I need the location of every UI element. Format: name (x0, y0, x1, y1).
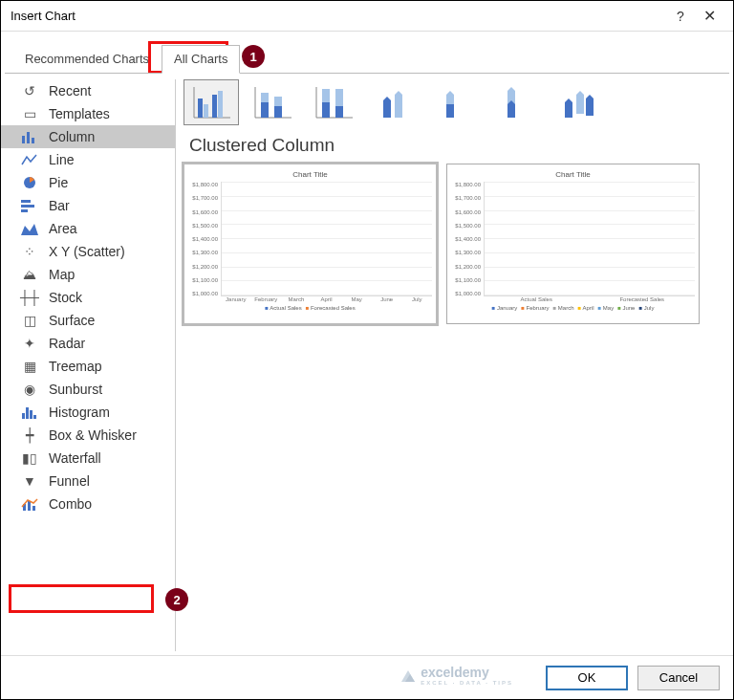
sidebar-item-label: Sunburst (49, 382, 102, 397)
sidebar-item-area[interactable]: Area (1, 217, 175, 240)
svg-marker-7 (21, 224, 38, 235)
subtype-clustered-column[interactable] (184, 79, 239, 125)
sidebar-item-label: Recent (49, 83, 91, 98)
sidebar-item-label: Treemap (49, 359, 102, 374)
chart-subtype-row (184, 79, 725, 125)
svg-rect-4 (21, 200, 31, 203)
svg-rect-17 (198, 98, 203, 118)
annotation-badge-1: 1 (242, 45, 265, 68)
svg-rect-11 (33, 415, 36, 419)
sidebar-item-scatter[interactable]: ⁘X Y (Scatter) (1, 240, 175, 263)
svg-marker-39 (565, 98, 572, 118)
tab-underline (5, 73, 729, 74)
subtype-stacked-column[interactable] (245, 79, 300, 125)
sidebar-item-line[interactable]: Line (1, 148, 175, 171)
sunburst-icon: ◉ (20, 382, 39, 397)
sidebar-item-label: Bar (49, 198, 70, 213)
cancel-button[interactable]: Cancel (637, 666, 720, 690)
x-axis: Actual SalesForecasted Sales (484, 296, 695, 302)
chart-area: $1,800.00$1,700.00$1,600.00$1,500.00$1,4… (451, 182, 695, 296)
sidebar-item-label: Surface (49, 313, 95, 328)
tab-all-charts[interactable]: All Charts (162, 45, 240, 74)
insert-chart-dialog: Insert Chart ? ✕ Recommended Charts All … (0, 0, 734, 700)
sidebar-item-stock[interactable]: ┼┼Stock (1, 286, 175, 309)
svg-rect-5 (21, 205, 34, 208)
sidebar-item-surface[interactable]: ◫Surface (1, 309, 175, 332)
subtype-3d-clustered-column[interactable] (367, 79, 422, 125)
svg-rect-30 (322, 102, 330, 118)
sidebar-item-sunburst[interactable]: ◉Sunburst (1, 378, 175, 401)
titlebar: Insert Chart ? ✕ (1, 1, 733, 32)
chart-previews: Chart Title $1,800.00$1,700.00$1,600.00$… (184, 164, 725, 324)
annotation-highlight-2 (9, 584, 154, 613)
sidebar-item-label: Funnel (49, 473, 90, 489)
pie-icon (20, 175, 39, 190)
sidebar-item-label: Area (49, 221, 77, 236)
tab-recommended-charts[interactable]: Recommended Charts (12, 45, 162, 74)
close-button[interactable]: ✕ (695, 7, 723, 25)
dialog-footer: OK Cancel (1, 655, 733, 699)
sidebar-item-column[interactable]: Column (1, 125, 175, 148)
help-button[interactable]: ? (666, 9, 695, 24)
sidebar-item-label: Box & Whisker (49, 427, 137, 443)
subtype-100-stacked-column[interactable] (306, 79, 361, 125)
surface-icon: ◫ (20, 313, 39, 328)
sidebar-item-waterfall[interactable]: ▮▯Waterfall (1, 447, 175, 470)
map-icon: ⛰ (20, 267, 39, 282)
chart-preview-2[interactable]: Chart Title $1,800.00$1,700.00$1,600.00$… (446, 164, 700, 324)
sidebar-item-combo[interactable]: Combo (1, 492, 175, 515)
radar-icon: ✦ (20, 336, 39, 351)
scatter-icon: ⁘ (20, 244, 39, 259)
sidebar-item-recent[interactable]: ↺Recent (1, 79, 175, 102)
subtype-3d-100-stacked-column[interactable] (489, 79, 545, 125)
funnel-icon: ▼ (20, 473, 39, 489)
sidebar-item-label: Stock (49, 290, 82, 305)
sidebar-item-funnel[interactable]: ▼Funnel (1, 470, 175, 492)
plot-area (221, 182, 432, 296)
sidebar-item-box-whisker[interactable]: ┿Box & Whisker (1, 424, 175, 447)
svg-marker-40 (576, 91, 584, 114)
annotation-badge-2: 2 (165, 588, 188, 611)
sidebar-item-label: Map (49, 267, 75, 282)
y-axis: $1,800.00$1,700.00$1,600.00$1,500.00$1,4… (188, 182, 221, 296)
svg-marker-41 (586, 95, 594, 116)
sidebar-item-label: Radar (49, 336, 85, 351)
sidebar-item-bar[interactable]: Bar (1, 194, 175, 217)
plot-area (484, 182, 695, 296)
sidebar-item-radar[interactable]: ✦Radar (1, 332, 175, 355)
chart-preview-title: Chart Title (451, 170, 695, 179)
sidebar-item-pie[interactable]: Pie (1, 171, 175, 194)
stock-icon: ┼┼ (20, 290, 39, 305)
svg-rect-24 (261, 93, 269, 102)
chart-section-title: Clustered Column (189, 135, 725, 156)
ok-button[interactable]: OK (546, 666, 628, 690)
sidebar-item-histogram[interactable]: Histogram (1, 401, 175, 424)
svg-rect-25 (274, 106, 282, 118)
recent-icon: ↺ (20, 83, 39, 98)
box-whisker-icon: ┿ (20, 427, 39, 443)
sidebar-item-label: X Y (Scatter) (49, 244, 125, 259)
column-icon (20, 129, 39, 144)
legend: Actual SalesForecasted Sales (188, 305, 432, 311)
svg-rect-20 (218, 91, 223, 118)
svg-rect-23 (261, 102, 269, 118)
subtype-3d-stacked-column[interactable] (428, 79, 484, 125)
sidebar-item-label: Line (49, 152, 74, 167)
sidebar-item-templates[interactable]: ▭Templates (1, 102, 175, 125)
svg-rect-6 (21, 209, 28, 212)
svg-marker-36 (446, 91, 454, 104)
sidebar-item-treemap[interactable]: ▦Treemap (1, 355, 175, 378)
svg-marker-33 (383, 97, 391, 118)
sidebar-item-map[interactable]: ⛰Map (1, 263, 175, 286)
svg-rect-13 (28, 501, 31, 511)
treemap-icon: ▦ (20, 359, 39, 374)
legend: JanuaryFebruaryMarchAprilMayJuneJuly (451, 305, 695, 311)
chart-preview-1[interactable]: Chart Title $1,800.00$1,700.00$1,600.00$… (184, 164, 437, 324)
histogram-icon (20, 405, 39, 420)
svg-rect-2 (32, 138, 34, 143)
sidebar-item-label: Histogram (49, 405, 110, 420)
svg-rect-0 (22, 136, 25, 143)
svg-rect-19 (212, 95, 217, 118)
subtype-3d-column[interactable] (550, 79, 606, 125)
chart-preview-title: Chart Title (188, 170, 432, 179)
